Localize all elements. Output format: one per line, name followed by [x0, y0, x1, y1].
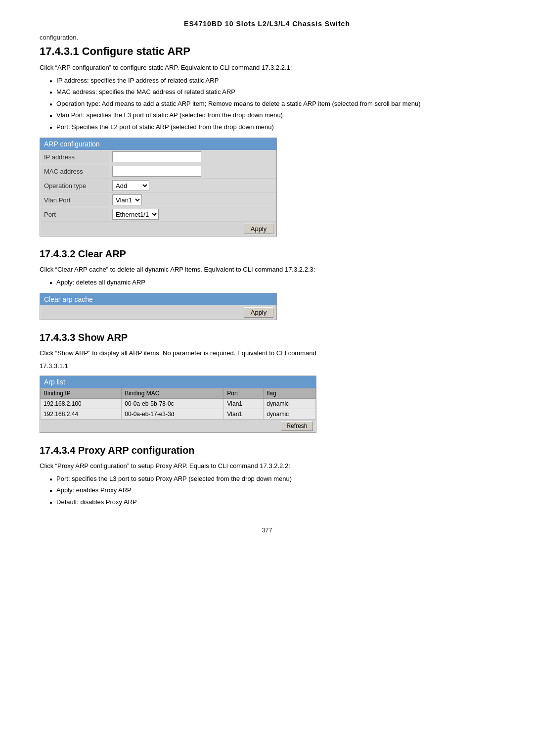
cell-port-2: Vlan1 [224, 409, 264, 420]
section-432-desc: Click “Clear ARP cache” to delete all dy… [40, 265, 494, 275]
col-flag: flag [264, 388, 316, 399]
arp-mac-row: MAC address [40, 164, 276, 179]
arp-port-select[interactable]: Ethernet1/1 [112, 209, 159, 220]
bullet-434-1: Port: specifies the L3 port to setup Pro… [49, 474, 494, 484]
bullet-432-1: Apply: deletes all dynamic ARP [49, 278, 494, 287]
arp-ip-row: IP address [40, 150, 276, 164]
page-header: ES4710BD 10 Slots L2/L3/L4 Chassis Switc… [40, 20, 494, 28]
arp-table-header-row: Binding IP Binding MAC Port flag [41, 388, 316, 399]
col-binding-mac: Binding MAC [122, 388, 224, 399]
section-434-bullets: Port: specifies the L3 port to setup Pro… [49, 474, 494, 507]
cell-port-1: Vlan1 [224, 399, 264, 409]
section-433-heading: 17.4.3.3 Show ARP [40, 332, 494, 343]
arp-optype-label: Operation type [40, 180, 109, 192]
arp-list-title: Arp list [40, 376, 316, 388]
cell-flag-1: dynamic [264, 399, 316, 409]
arp-mac-value [109, 164, 276, 178]
bullet-431-4: Vlan Port: specifies the L3 port of stat… [49, 110, 494, 120]
arp-optype-select[interactable]: Add Remove [112, 180, 149, 191]
clear-arp-title: Clear arp cache [40, 293, 276, 305]
intro-text: configuration. [40, 34, 494, 41]
bullet-431-2: MAC address: specifies the MAC address o… [49, 87, 494, 97]
arp-optype-value: Add Remove [109, 179, 276, 192]
section-431-desc: Click “ARP configuration” to configure s… [40, 63, 494, 73]
refresh-cell: Refresh [41, 420, 316, 433]
section-433-desc1: Click “Show ARP” to display all ARP item… [40, 348, 494, 358]
table-row: 192.168.2.44 00-0a-eb-17-e3-3d Vlan1 dyn… [41, 409, 316, 420]
arp-vlanport-select[interactable]: Vlan1 [112, 194, 142, 205]
cell-mac-2: 00-0a-eb-17-e3-3d [122, 409, 224, 420]
refresh-row: Refresh [41, 420, 316, 433]
bullet-431-1: IP address: specifies the IP address of … [49, 76, 494, 86]
arp-list-table: Binding IP Binding MAC Port flag 192.168… [40, 388, 316, 432]
arp-port-value: Ethernet1/1 [109, 207, 276, 221]
section-431-heading: 17.4.3.1 Configure static ARP [40, 45, 494, 58]
cell-ip-1: 192.168.2.100 [41, 399, 122, 409]
col-binding-ip: Binding IP [41, 388, 122, 399]
refresh-button[interactable]: Refresh [281, 421, 312, 431]
bullet-431-5: Port: Specifies the L2 port of static AR… [49, 122, 494, 132]
section-431-bullets: IP address: specifies the IP address of … [49, 76, 494, 132]
section-432-heading: 17.4.3.2 Clear ARP [40, 248, 494, 260]
arp-config-apply-row: Apply [40, 222, 276, 236]
bullet-434-3: Default: disables Proxy ARP [49, 497, 494, 507]
arp-vlanport-row: Vlan Port Vlan1 [40, 193, 276, 207]
bullet-434-2: Apply: enables Proxy ARP [49, 485, 494, 495]
arp-list-box: Arp list Binding IP Binding MAC Port fla… [40, 376, 316, 433]
table-row: 192.168.2.100 00-0a-eb-5b-78-0c Vlan1 dy… [41, 399, 316, 409]
arp-ip-value [109, 150, 276, 164]
bullet-431-3: Operation type: Add means to add a stati… [49, 99, 494, 109]
arp-ip-input[interactable] [112, 151, 201, 162]
arp-vlanport-value: Vlan1 [109, 193, 276, 207]
arp-vlanport-label: Vlan Port [40, 194, 109, 206]
col-port: Port [224, 388, 264, 399]
cell-ip-2: 192.168.2.44 [41, 409, 122, 420]
arp-ip-label: IP address [40, 151, 109, 163]
arp-config-box: ARP configuration IP address MAC address… [40, 138, 277, 236]
arp-optype-row: Operation type Add Remove [40, 179, 276, 193]
arp-config-apply-button[interactable]: Apply [244, 224, 273, 234]
section-434-heading: 17.4.3.4 Proxy ARP configuration [40, 445, 494, 456]
arp-port-label: Port [40, 208, 109, 221]
section-434-desc: Click “Proxy ARP configuration” to setup… [40, 461, 494, 471]
arp-mac-input[interactable] [112, 166, 201, 177]
clear-arp-box: Clear arp cache Apply [40, 293, 277, 320]
section-433-desc2: 17.3.3.1.1 [40, 361, 494, 371]
section-432-bullets: Apply: deletes all dynamic ARP [49, 278, 494, 287]
clear-arp-apply-button[interactable]: Apply [244, 307, 273, 318]
arp-config-title: ARP configuration [40, 138, 276, 150]
page-number: 377 [40, 526, 494, 534]
arp-port-row: Port Ethernet1/1 [40, 207, 276, 222]
cell-flag-2: dynamic [264, 409, 316, 420]
clear-arp-apply-row: Apply [40, 305, 276, 320]
cell-mac-1: 00-0a-eb-5b-78-0c [122, 399, 224, 409]
arp-mac-label: MAC address [40, 165, 109, 178]
